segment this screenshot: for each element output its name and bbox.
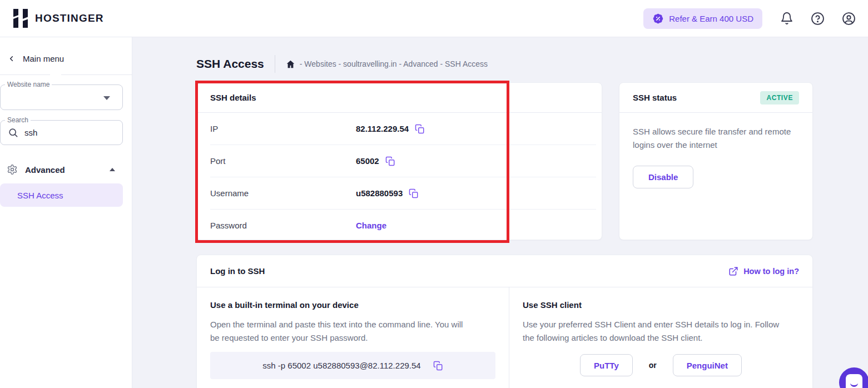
chat-smiley-icon xyxy=(846,374,862,388)
search-input-label: Search xyxy=(5,116,31,124)
breadcrumb: - Websites - soultravelling.in - Advance… xyxy=(286,59,488,69)
ssh-command: ssh -p 65002 u582880593@82.112.229.54 xyxy=(262,361,420,370)
website-select-label: Website name xyxy=(5,81,52,88)
gear-icon xyxy=(7,164,18,175)
help-button[interactable] xyxy=(811,12,825,26)
copy-ip-button[interactable] xyxy=(415,124,425,134)
ssh-command-box: ssh -p 65002 u582880593@82.112.229.54 xyxy=(210,352,495,379)
main-menu-back[interactable]: Main menu xyxy=(0,37,132,63)
ssh-client-column: Use SSH client Use your preferred SSH Cl… xyxy=(509,287,812,388)
change-password-link[interactable]: Change xyxy=(356,221,386,230)
breadcrumb-text: - Websites - soultravelling.in - Advance… xyxy=(300,59,488,68)
sidebar-divider xyxy=(0,74,50,75)
page-title: SSH Access xyxy=(196,57,264,71)
ssh-detail-row-ip: IP 82.112.229.54 xyxy=(197,113,602,145)
how-to-log-in-label: How to log in? xyxy=(743,267,799,276)
login-columns: Use a built-in terminal on your device O… xyxy=(197,287,812,388)
sidebar-divider xyxy=(61,74,132,75)
question-circle-icon xyxy=(811,12,825,26)
copy-command-button[interactable] xyxy=(433,361,443,371)
copy-icon xyxy=(433,361,443,371)
search-input[interactable]: Search ssh xyxy=(0,120,123,145)
smile-shape xyxy=(850,382,858,387)
refer-earn-button[interactable]: Refer & Earn 400 USD xyxy=(643,8,762,29)
ssh-status-header: SSH status ACTIVE xyxy=(619,83,812,113)
ssh-access-item-label: SSH Access xyxy=(17,191,63,200)
disable-ssh-button[interactable]: Disable xyxy=(633,166,693,188)
ssh-client-description: Use your preferred SSH Client and enter … xyxy=(523,318,787,345)
or-separator: or xyxy=(649,361,657,370)
terminal-title: Use a built-in terminal on your device xyxy=(210,300,495,310)
ip-label: IP xyxy=(210,124,356,133)
notifications-button[interactable] xyxy=(780,12,793,26)
username-value: u582880593 xyxy=(356,188,403,198)
title-divider xyxy=(275,55,275,73)
ssh-details-card: SSH details IP 82.112.229.54 Port 65002 xyxy=(196,82,602,240)
page: HOSTINGER Refer & Earn 400 USD xyxy=(0,0,868,388)
login-header: Log in to SSH How to log in? xyxy=(197,255,812,287)
ssh-detail-row-username: Username u582880593 xyxy=(197,177,602,209)
account-button[interactable] xyxy=(842,12,856,26)
ssh-status-card: SSH status ACTIVE SSH allows secure file… xyxy=(619,82,813,240)
putty-button[interactable]: PuTTy xyxy=(580,354,633,376)
percent-badge-icon xyxy=(652,13,664,24)
website-select[interactable]: Website name xyxy=(0,84,123,110)
ssh-client-title: Use SSH client xyxy=(523,300,799,310)
advanced-section-label: Advanced xyxy=(25,165,110,175)
ssh-status-body: SSH allows secure file transfer and remo… xyxy=(619,113,812,201)
how-to-log-in-link[interactable]: How to log in? xyxy=(728,266,799,276)
penguinet-button[interactable]: PenguiNet xyxy=(673,354,742,376)
sidebar: Main menu Website name Search ssh Advanc… xyxy=(0,37,132,388)
ssh-details-title: SSH details xyxy=(210,93,256,102)
terminal-column: Use a built-in terminal on your device O… xyxy=(197,287,509,388)
client-buttons-row: PuTTy or PenguiNet xyxy=(523,354,799,376)
main-menu-label: Main menu xyxy=(23,54,64,63)
terminal-description: Open the terminal and paste this text in… xyxy=(210,318,474,345)
copy-icon xyxy=(385,156,395,166)
chevron-left-icon xyxy=(7,54,16,63)
status-badge: ACTIVE xyxy=(760,91,799,105)
notification-bell-icon xyxy=(780,12,793,25)
port-value: 65002 xyxy=(356,156,379,166)
brand-name: HOSTINGER xyxy=(35,12,104,24)
login-to-ssh-card: Log in to SSH How to log in? Use a built… xyxy=(196,255,813,388)
ssh-status-title: SSH status xyxy=(633,93,677,102)
copy-username-button[interactable] xyxy=(409,188,419,198)
copy-icon xyxy=(415,124,425,134)
top-header: HOSTINGER Refer & Earn 400 USD xyxy=(0,0,868,37)
ssh-detail-row-port: Port 65002 xyxy=(197,145,602,177)
refer-earn-label: Refer & Earn 400 USD xyxy=(669,14,753,23)
external-link-icon xyxy=(728,266,738,276)
chevron-up-icon xyxy=(110,168,115,171)
user-circle-icon xyxy=(842,12,856,26)
hostinger-h-icon xyxy=(12,8,29,28)
ssh-detail-row-password: Password Change xyxy=(197,210,602,241)
search-input-value: ssh xyxy=(24,128,37,137)
search-icon xyxy=(8,127,18,138)
copy-icon xyxy=(409,188,419,198)
page-title-row: SSH Access - Websites - soultravelling.i… xyxy=(196,53,488,74)
ssh-details-header: SSH details xyxy=(197,83,602,113)
home-icon xyxy=(286,59,295,69)
username-label: Username xyxy=(210,188,356,198)
chevron-down-icon xyxy=(103,96,110,100)
hostinger-logo[interactable]: HOSTINGER xyxy=(12,8,104,28)
sidebar-item-ssh-access[interactable]: SSH Access xyxy=(0,183,123,207)
login-title: Log in to SSH xyxy=(210,266,265,276)
port-label: Port xyxy=(210,156,356,166)
copy-port-button[interactable] xyxy=(385,156,395,166)
ssh-status-description: SSH allows secure file transfer and remo… xyxy=(633,125,791,152)
sidebar-section-advanced[interactable]: Advanced xyxy=(0,160,123,180)
ip-value: 82.112.229.54 xyxy=(356,124,409,133)
password-label: Password xyxy=(210,221,356,230)
